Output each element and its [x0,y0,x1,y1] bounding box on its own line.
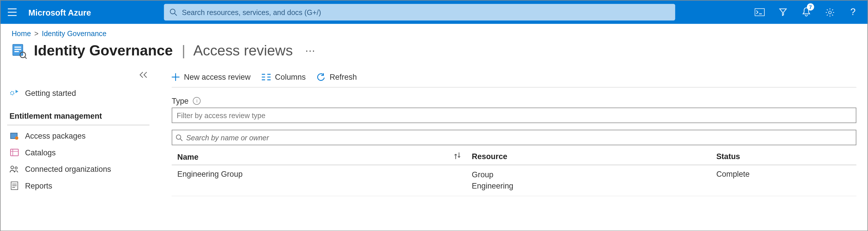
title-bar: Identity Governance | Access reviews ⋯ [1,41,867,65]
svg-point-10 [10,91,14,95]
search-icon [169,8,178,16]
page-icon [11,43,27,59]
column-header-name[interactable]: Name [177,152,472,161]
page-subtitle: Access reviews [193,42,293,60]
type-filter-label-row: Type i [172,87,856,107]
getting-started-icon [9,89,20,98]
sidebar-section-entitlement: Entitlement management [7,101,150,125]
svg-rect-4 [13,44,23,55]
refresh-button[interactable]: Refresh [317,73,357,82]
global-search[interactable] [164,4,675,21]
button-label: New access review [184,73,251,82]
svg-point-12 [15,136,19,140]
type-label: Type [172,97,188,105]
notification-badge: 7 [807,3,814,11]
button-label: Columns [275,73,306,82]
sidebar-item-label: Catalogs [25,148,56,157]
table-header: Name Resource Status [172,149,856,165]
breadcrumb: Home > Identity Governance [1,24,867,41]
brand-label[interactable]: Microsoft Azure [24,7,102,17]
sidebar-item-reports[interactable]: Reports [7,177,150,194]
sidebar-item-label: Connected organizations [25,164,111,174]
title-divider: | [180,42,187,60]
help-icon: ? [850,7,856,17]
svg-line-9 [25,57,27,59]
sidebar-item-access-packages[interactable]: Access packages [7,128,150,144]
svg-point-22 [176,134,181,139]
directories-button[interactable] [772,1,794,24]
sidebar: Getting started Entitlement management A… [1,65,156,196]
identity-governance-icon [11,43,27,59]
top-bar: Microsoft Azure 7 ? [1,1,867,24]
connected-orgs-icon [9,165,20,173]
gear-icon [825,7,834,17]
reports-icon [9,181,20,190]
help-button[interactable]: ? [842,1,864,24]
sidebar-item-label: Getting started [25,89,76,98]
plus-icon [172,73,180,81]
main-content: New access review Columns Refresh Type i [156,65,868,196]
resource-type: Group [472,170,716,181]
sort-icon[interactable] [454,152,472,161]
info-icon[interactable]: i [193,97,201,105]
svg-line-1 [175,13,177,15]
cloud-shell-icon [754,8,765,16]
resource-name: Engineering [472,181,716,191]
hamburger-icon [8,8,17,16]
breadcrumb-separator: > [34,30,38,38]
type-filter-input[interactable] [177,111,851,120]
columns-button[interactable]: Columns [261,73,306,82]
command-bar: New access review Columns Refresh [172,71,856,88]
collapse-sidebar[interactable] [7,71,150,85]
column-header-status[interactable]: Status [716,152,851,161]
search-icon [176,134,183,141]
svg-line-23 [180,139,182,141]
sidebar-item-label: Access packages [25,131,85,140]
chevron-double-left-icon [140,72,147,78]
body: Getting started Entitlement management A… [1,65,867,196]
column-header-resource[interactable]: Resource [472,152,716,161]
cell-name: Engineering Group [177,170,472,179]
access-packages-icon [9,131,20,140]
sidebar-item-connected-orgs[interactable]: Connected organizations [7,161,150,178]
search-filter[interactable] [172,130,856,145]
settings-button[interactable] [818,1,841,24]
columns-icon [261,74,271,80]
type-filter[interactable] [172,107,856,123]
svg-point-3 [828,11,831,13]
catalogs-icon [9,148,20,157]
more-actions[interactable]: ⋯ [300,45,316,57]
svg-rect-2 [755,9,764,16]
sidebar-item-label: Reports [25,181,52,190]
notifications-button[interactable]: 7 [795,1,818,24]
sidebar-item-catalogs[interactable]: Catalogs [7,144,150,161]
svg-rect-13 [10,149,18,156]
search-wrap [102,4,738,21]
new-access-review-button[interactable]: New access review [172,73,250,82]
global-search-input[interactable] [182,8,670,16]
svg-rect-7 [14,51,19,52]
svg-rect-6 [14,48,21,50]
cell-status: Complete [716,170,851,179]
svg-point-0 [170,9,176,14]
sidebar-item-getting-started[interactable]: Getting started [7,85,150,102]
svg-point-16 [11,166,13,169]
button-label: Refresh [330,73,357,82]
menu-toggle[interactable] [1,8,24,16]
cell-resource: Group Engineering [472,170,716,191]
breadcrumb-home[interactable]: Home [11,30,31,38]
svg-rect-5 [14,46,21,47]
refresh-icon [317,73,325,81]
cloud-shell-button[interactable] [748,1,771,24]
breadcrumb-current[interactable]: Identity Governance [42,30,106,38]
table-row[interactable]: Engineering Group Group Engineering Comp… [172,165,856,196]
filter-icon [779,8,787,17]
svg-point-17 [15,167,18,169]
page-title: Identity Governance [34,42,173,60]
top-icons: 7 ? [738,1,867,24]
search-filter-input[interactable] [186,133,852,142]
